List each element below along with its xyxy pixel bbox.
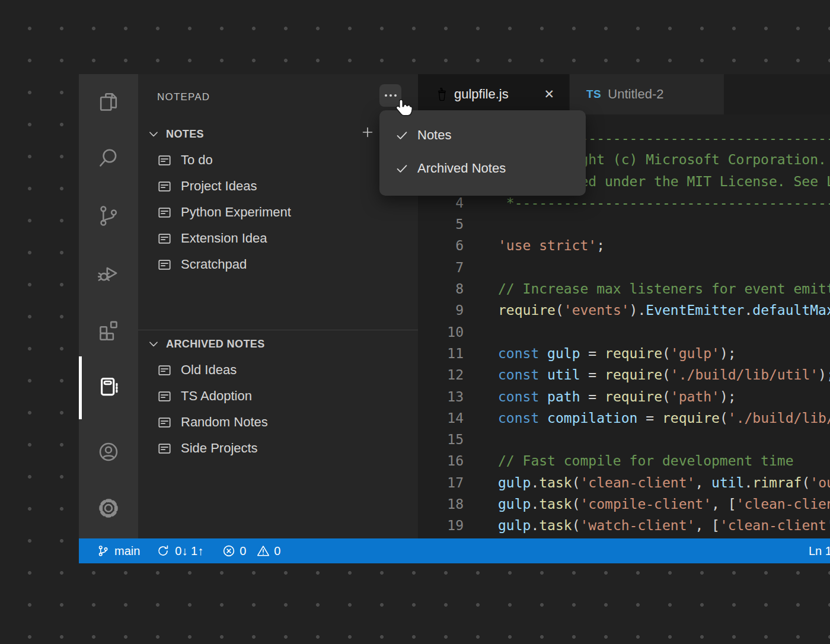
sidebar: NOTEPAD NOTESTo doProject IdeasPython Ex… [138,74,418,538]
menu-item-label: Archived Notes [417,161,506,176]
menu-item-label: Notes [417,127,451,143]
activity-item-notepad[interactable] [95,374,122,400]
note-icon [158,180,171,193]
tab-label: gulpfile.js [454,87,509,102]
note-icon [158,442,171,455]
code-line: 17gulp.task('clean-client', util.rimraf(… [418,472,830,493]
line-number: 16 [418,450,464,471]
warning-count: 0 [274,544,280,558]
line-number: 19 [418,515,464,536]
line-number: 11 [418,343,464,364]
status-cursor-position[interactable]: Ln 17 [809,538,830,563]
active-view-indicator [79,356,82,419]
more-actions-button[interactable] [379,84,401,107]
code-text [464,213,498,235]
extensions-icon [95,317,122,343]
activity-item-extensions[interactable] [95,317,122,343]
note-icon [158,258,171,272]
line-number: 13 [418,386,464,407]
code-line: 11const gulp = require('gulp'); [418,343,830,364]
note-item-label: Project Ideas [181,178,257,194]
section-header-notes[interactable]: NOTES [138,121,418,147]
note-item-old-ideas[interactable]: Old Ideas [138,357,418,383]
code-text: gulp.task('watch-client', ['clean-client… [464,515,830,536]
note-item-label: Python Experiment [181,205,291,220]
line-number: 14 [418,407,464,429]
code-text [464,257,498,278]
code-text: // Fast compile for development time [464,450,794,471]
line-number: 12 [418,364,464,385]
activity-item-settings-gear[interactable] [95,495,122,521]
status-sync[interactable]: 0↓ 1↑ [157,544,203,558]
status-problems[interactable]: 0 0 [222,544,280,558]
close-icon[interactable]: ✕ [544,87,554,101]
note-item-python-experiment[interactable]: Python Experiment [138,199,418,225]
explorer-icon [95,89,122,115]
note-item-label: TS Adoption [181,388,252,404]
activity-item-search[interactable] [95,145,122,171]
section-label: ARCHIVED NOTES [166,338,265,350]
code-text: require('events').EventEmitter.defaultMa… [464,299,830,321]
code-text: gulp.task('compile-client', ['clean-clie… [464,493,830,515]
line-number: 18 [418,493,464,515]
activity-item-run-debug[interactable] [95,260,122,286]
code-text: const compilation = require('./build/lib… [464,407,830,429]
activity-item-source-control[interactable] [95,203,122,229]
line-number: 10 [418,321,464,343]
status-bar: main 0↓ 1↑ 0 0 Ln 17 [79,538,830,563]
tab-gulpfile-js[interactable]: gulpfile.js✕ [418,74,569,114]
sync-icon [157,544,170,557]
code-line: 19gulp.task('watch-client', ['clean-clie… [418,515,830,536]
note-item-ts-adoption[interactable]: TS Adoption [138,383,418,409]
code-line: 14const compilation = require('./build/l… [418,407,830,429]
note-item-label: Extension Idea [181,231,267,246]
note-item-side-projects[interactable]: Side Projects [138,435,418,461]
activity-item-explorer[interactable] [95,89,122,115]
note-item-random-notes[interactable]: Random Notes [138,409,418,435]
code-line: 13const path = require('path'); [418,386,830,407]
code-line: 12const util = require('./build/lib/util… [418,364,830,385]
code-line: 6'use strict'; [418,235,830,256]
code-line: 15 [418,429,830,450]
code-line: 9require('events').EventEmitter.defaultM… [418,299,830,321]
code-text: 'use strict'; [464,235,605,256]
note-item-label: Old Ideas [181,362,237,378]
add-note-button[interactable] [361,126,374,139]
code-line: 5 [418,213,830,235]
run-debug-icon [95,260,122,286]
tab-untitled-2[interactable]: TSUntitled-2 [570,74,724,114]
menu-item-notes[interactable]: Notes [379,119,586,152]
note-item-label: To do [181,152,213,168]
git-branch-icon [97,544,110,557]
note-item-project-ideas[interactable]: Project Ideas [138,173,418,199]
menu-item-archived-notes[interactable]: Archived Notes [379,152,586,185]
source-control-icon [95,203,122,229]
notes-section: NOTESTo doProject IdeasPython Experiment… [138,121,418,278]
section-header-archived-notes[interactable]: ARCHIVED NOTES [138,331,418,357]
check-icon [395,128,409,142]
code-line: 7 [418,257,830,278]
note-icon [158,206,171,219]
activity-item-account[interactable] [95,439,122,465]
chevron-down-icon [147,337,160,350]
error-count: 0 [240,544,246,558]
note-item-to-do[interactable]: To do [138,147,418,173]
note-item-label: Side Projects [181,441,258,456]
line-number: 15 [418,429,464,450]
search-icon [95,145,122,171]
line-number: 6 [418,235,464,256]
tab-bar: gulpfile.js✕TSUntitled-2 [418,74,830,114]
note-item-label: Scratchpad [181,257,247,272]
status-branch[interactable]: main [97,544,140,558]
code-text: const path = require('path'); [464,386,736,407]
code-line: 10 [418,321,830,343]
code-text: // Increase max listeners for event emit… [464,278,830,299]
note-item-extension-idea[interactable]: Extension Idea [138,225,418,251]
ts-icon: TS [586,88,601,101]
note-icon [158,154,171,167]
note-item-scratchpad[interactable]: Scratchpad [138,251,418,278]
settings-gear-icon [95,495,122,521]
branch-name: main [114,544,140,558]
ellipsis-icon [385,94,387,97]
line-number: 7 [418,257,464,278]
